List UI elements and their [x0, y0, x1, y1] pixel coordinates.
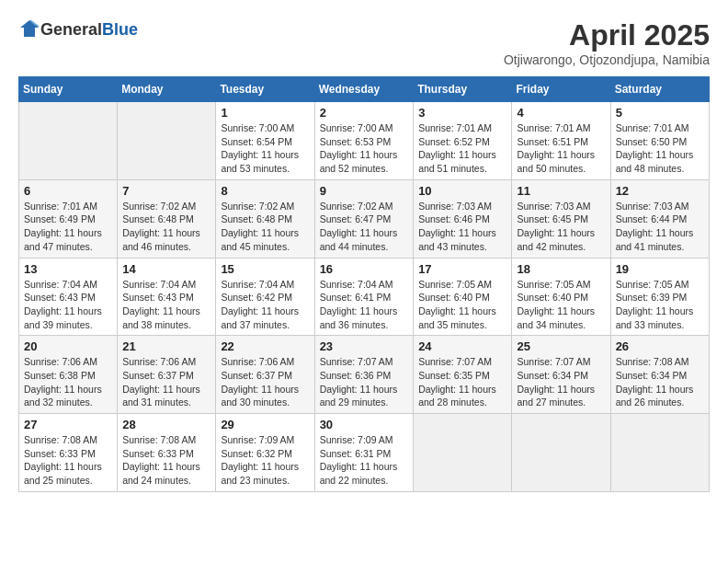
day-info: Sunrise: 7:08 AMSunset: 6:33 PMDaylight:… [122, 433, 210, 488]
day-info: Sunrise: 7:07 AMSunset: 6:34 PMDaylight:… [517, 355, 605, 409]
day-info: Sunrise: 7:06 AMSunset: 6:37 PMDaylight:… [221, 355, 309, 409]
calendar-day-26: 26Sunrise: 7:08 AMSunset: 6:34 PMDayligh… [610, 336, 709, 414]
day-info: Sunrise: 7:03 AMSunset: 6:46 PMDaylight:… [418, 200, 506, 254]
calendar-day-18: 18Sunrise: 7:05 AMSunset: 6:40 PMDayligh… [512, 258, 610, 336]
day-info: Sunrise: 7:09 AMSunset: 6:31 PMDaylight:… [320, 433, 409, 488]
calendar-day-19: 19Sunrise: 7:05 AMSunset: 6:39 PMDayligh… [610, 258, 709, 336]
day-info: Sunrise: 7:08 AMSunset: 6:34 PMDaylight:… [616, 355, 704, 409]
day-number: 20 [24, 339, 112, 353]
day-info: Sunrise: 7:02 AMSunset: 6:47 PMDaylight:… [320, 200, 409, 254]
day-number: 30 [320, 418, 409, 431]
calendar-day-3: 3Sunrise: 7:01 AMSunset: 6:52 PMDaylight… [414, 102, 512, 180]
day-info: Sunrise: 7:04 AMSunset: 6:41 PMDaylight:… [320, 278, 409, 332]
calendar-week-row: 6Sunrise: 7:01 AMSunset: 6:49 PMDaylight… [19, 179, 710, 258]
calendar-day-empty [118, 102, 216, 180]
day-number: 8 [221, 184, 309, 198]
day-number: 22 [221, 339, 309, 353]
day-info: Sunrise: 7:07 AMSunset: 6:36 PMDaylight:… [320, 355, 409, 409]
calendar-day-12: 12Sunrise: 7:03 AMSunset: 6:44 PMDayligh… [610, 179, 709, 258]
weekday-header-sunday: Sunday [19, 77, 118, 102]
day-info: Sunrise: 7:05 AMSunset: 6:39 PMDaylight:… [616, 278, 704, 332]
day-info: Sunrise: 7:04 AMSunset: 6:43 PMDaylight:… [122, 278, 210, 332]
day-number: 17 [418, 262, 506, 276]
weekday-header-thursday: Thursday [414, 77, 512, 102]
day-number: 24 [418, 339, 506, 353]
day-info: Sunrise: 7:00 AMSunset: 6:54 PMDaylight:… [221, 121, 309, 176]
weekday-header-wednesday: Wednesday [314, 77, 414, 102]
calendar-day-20: 20Sunrise: 7:06 AMSunset: 6:38 PMDayligh… [19, 336, 118, 414]
day-info: Sunrise: 7:03 AMSunset: 6:44 PMDaylight:… [616, 200, 704, 254]
calendar-day-4: 4Sunrise: 7:01 AMSunset: 6:51 PMDaylight… [512, 102, 610, 180]
logo-text: GeneralBlue [40, 20, 138, 40]
calendar-week-row: 13Sunrise: 7:04 AMSunset: 6:43 PMDayligh… [19, 258, 710, 336]
calendar-title: April 2025 [504, 18, 710, 52]
calendar-day-6: 6Sunrise: 7:01 AMSunset: 6:49 PMDaylight… [19, 179, 118, 258]
logo: GeneralBlue [18, 18, 138, 40]
calendar-day-15: 15Sunrise: 7:04 AMSunset: 6:42 PMDayligh… [216, 258, 314, 336]
day-info: Sunrise: 7:06 AMSunset: 6:37 PMDaylight:… [122, 355, 210, 409]
calendar-week-row: 27Sunrise: 7:08 AMSunset: 6:33 PMDayligh… [19, 414, 710, 492]
calendar-day-1: 1Sunrise: 7:00 AMSunset: 6:54 PMDaylight… [216, 102, 314, 180]
day-number: 18 [517, 262, 605, 276]
day-info: Sunrise: 7:04 AMSunset: 6:43 PMDaylight:… [24, 278, 112, 332]
weekday-header-row: SundayMondayTuesdayWednesdayThursdayFrid… [19, 77, 710, 102]
day-number: 25 [517, 339, 605, 353]
day-number: 12 [616, 184, 704, 198]
day-info: Sunrise: 7:01 AMSunset: 6:52 PMDaylight:… [418, 121, 506, 176]
day-info: Sunrise: 7:05 AMSunset: 6:40 PMDaylight:… [517, 278, 605, 332]
day-number: 2 [320, 106, 409, 120]
calendar-day-30: 30Sunrise: 7:09 AMSunset: 6:31 PMDayligh… [314, 414, 414, 492]
page-header: GeneralBlue April 2025 Otjiwarongo, Otjo… [18, 18, 710, 67]
day-number: 16 [320, 262, 409, 276]
day-number: 1 [221, 106, 309, 120]
day-info: Sunrise: 7:09 AMSunset: 6:32 PMDaylight:… [221, 433, 309, 488]
calendar-week-row: 20Sunrise: 7:06 AMSunset: 6:38 PMDayligh… [19, 336, 710, 414]
day-info: Sunrise: 7:08 AMSunset: 6:33 PMDaylight:… [24, 433, 112, 488]
day-info: Sunrise: 7:02 AMSunset: 6:48 PMDaylight:… [122, 200, 210, 254]
calendar-day-10: 10Sunrise: 7:03 AMSunset: 6:46 PMDayligh… [414, 179, 512, 258]
day-number: 10 [418, 184, 506, 198]
calendar-day-29: 29Sunrise: 7:09 AMSunset: 6:32 PMDayligh… [216, 414, 314, 492]
day-number: 9 [320, 184, 409, 198]
calendar-day-23: 23Sunrise: 7:07 AMSunset: 6:36 PMDayligh… [314, 336, 414, 414]
title-block: April 2025 Otjiwarongo, Otjozondjupa, Na… [504, 18, 710, 67]
calendar-day-5: 5Sunrise: 7:01 AMSunset: 6:50 PMDaylight… [610, 102, 709, 180]
day-number: 13 [24, 262, 112, 276]
calendar-day-28: 28Sunrise: 7:08 AMSunset: 6:33 PMDayligh… [118, 414, 216, 492]
calendar-week-row: 1Sunrise: 7:00 AMSunset: 6:54 PMDaylight… [19, 102, 710, 180]
day-number: 4 [517, 106, 605, 120]
calendar-day-11: 11Sunrise: 7:03 AMSunset: 6:45 PMDayligh… [512, 179, 610, 258]
day-number: 19 [616, 262, 704, 276]
calendar-day-22: 22Sunrise: 7:06 AMSunset: 6:37 PMDayligh… [216, 336, 314, 414]
day-number: 11 [517, 184, 605, 198]
day-info: Sunrise: 7:05 AMSunset: 6:40 PMDaylight:… [418, 278, 506, 332]
day-number: 26 [616, 339, 704, 353]
day-number: 21 [122, 339, 210, 353]
day-info: Sunrise: 7:06 AMSunset: 6:38 PMDaylight:… [24, 355, 112, 409]
calendar-day-2: 2Sunrise: 7:00 AMSunset: 6:53 PMDaylight… [314, 102, 414, 180]
day-info: Sunrise: 7:07 AMSunset: 6:35 PMDaylight:… [418, 355, 506, 409]
calendar-day-21: 21Sunrise: 7:06 AMSunset: 6:37 PMDayligh… [118, 336, 216, 414]
calendar-day-13: 13Sunrise: 7:04 AMSunset: 6:43 PMDayligh… [19, 258, 118, 336]
weekday-header-monday: Monday [118, 77, 216, 102]
day-number: 27 [24, 418, 112, 431]
calendar-day-24: 24Sunrise: 7:07 AMSunset: 6:35 PMDayligh… [414, 336, 512, 414]
day-number: 3 [418, 106, 506, 120]
day-number: 5 [616, 106, 704, 120]
weekday-header-friday: Friday [512, 77, 610, 102]
day-info: Sunrise: 7:01 AMSunset: 6:49 PMDaylight:… [24, 200, 112, 254]
calendar-day-empty [19, 102, 118, 180]
calendar-day-7: 7Sunrise: 7:02 AMSunset: 6:48 PMDaylight… [118, 179, 216, 258]
day-info: Sunrise: 7:03 AMSunset: 6:45 PMDaylight:… [517, 200, 605, 254]
calendar-table: SundayMondayTuesdayWednesdayThursdayFrid… [18, 76, 710, 492]
day-info: Sunrise: 7:00 AMSunset: 6:53 PMDaylight:… [320, 121, 409, 176]
day-number: 6 [24, 184, 112, 198]
general-blue-icon [18, 18, 40, 40]
calendar-location: Otjiwarongo, Otjozondjupa, Namibia [504, 52, 710, 67]
calendar-day-8: 8Sunrise: 7:02 AMSunset: 6:48 PMDaylight… [216, 179, 314, 258]
calendar-day-empty [512, 414, 610, 492]
day-number: 28 [122, 418, 210, 431]
day-info: Sunrise: 7:04 AMSunset: 6:42 PMDaylight:… [221, 278, 309, 332]
calendar-day-9: 9Sunrise: 7:02 AMSunset: 6:47 PMDaylight… [314, 179, 414, 258]
day-number: 7 [122, 184, 210, 198]
